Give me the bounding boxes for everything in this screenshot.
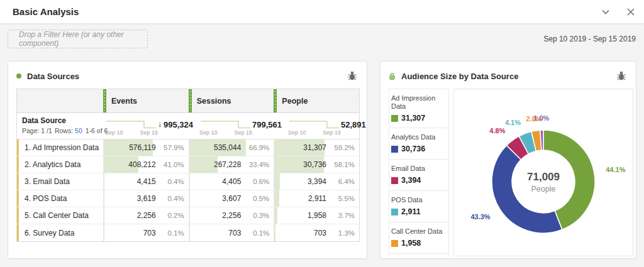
chart-legend: Ad Impression Data31,307Analytics Data30…: [389, 89, 449, 256]
cell-fill-bar: [189, 207, 190, 224]
legend-swatch-icon: [391, 240, 398, 247]
cell-percent: 58.1%: [332, 161, 355, 168]
cell-percent: 3.7%: [332, 212, 355, 219]
metric-cell[interactable]: 408,21241.0%: [103, 156, 189, 173]
column-accent-bar: [274, 89, 277, 112]
filter-drop-zone[interactable]: Drop a Filter Here (or any other compone…: [8, 30, 148, 48]
cell-percent: 41.0%: [162, 161, 184, 168]
cell-percent: 33.4%: [247, 161, 269, 168]
column-total: ↓995,324: [158, 120, 193, 134]
donut-center-value: 71,009: [527, 171, 560, 183]
metric-cell[interactable]: 2,2560.2%: [103, 207, 189, 224]
sparkline-wrap: Sep 10Sep 15: [199, 118, 252, 136]
dimension-label[interactable]: Data Source: [22, 116, 101, 125]
sparkline: [199, 118, 252, 130]
cell-fill-bar: [274, 190, 279, 207]
legend-item-ad-impression-data[interactable]: Ad Impression Data31,307: [389, 89, 448, 128]
table-row-5-call-center-data[interactable]: 5. Call Center Data2,2560.2%2,2560.3%1,9…: [17, 207, 359, 224]
column-header-people[interactable]: People: [274, 89, 359, 112]
legend-value: 2,911: [401, 207, 421, 216]
legend-label: Call Center Data: [391, 227, 447, 236]
cell-value: 703: [143, 229, 156, 237]
rows-label: Rows:: [55, 127, 73, 134]
metric-cell[interactable]: 4,4050.6%: [189, 173, 274, 190]
cell-percent: 0.3%: [247, 212, 269, 219]
column-total-cell-events: Sep 10Sep 15↓995,324: [103, 113, 197, 139]
cell-value: 4,415: [137, 177, 156, 186]
table-row-1-ad-impression-data[interactable]: 1. Ad Impression Data576,11957.9%535,044…: [17, 139, 359, 156]
cell-fill-bar: [189, 224, 190, 241]
metric-cell[interactable]: 30,73658.1%: [274, 156, 359, 173]
cell-percent: 0.2%: [162, 212, 184, 219]
bug-icon[interactable]: [347, 71, 358, 81]
cell-value: 535,044: [214, 143, 241, 152]
cell-value: 2,256: [222, 211, 241, 220]
sparkline-end-label: Sep 15: [323, 129, 341, 136]
metric-cell[interactable]: 1,9583.7%: [274, 207, 359, 224]
sparkline-labels: Sep 10Sep 15: [288, 129, 341, 136]
cell-fill-bar: [274, 173, 280, 190]
dimension-header-cell: Data Source Page: 1 /1Rows:501-6 of 6: [17, 113, 103, 139]
cell-fill-bar: [274, 224, 275, 241]
legend-item-call-center-data[interactable]: Call Center Data1,958: [389, 222, 448, 254]
metric-cell[interactable]: 267,22833.4%: [189, 156, 274, 173]
legend-swatch-icon: [391, 146, 398, 153]
table-row-6-survey-data[interactable]: 6. Survey Data7030.1%7030.1%7031.3%: [17, 224, 359, 241]
donut-center-label: People: [531, 185, 556, 193]
dimension-column-header: [17, 89, 103, 112]
metric-cell[interactable]: 2,2560.3%: [189, 207, 274, 224]
date-range[interactable]: Sep 10 2019 - Sep 15 2019: [543, 35, 636, 43]
sparkline-end-label: Sep 15: [234, 129, 252, 136]
legend-value: 30,736: [401, 144, 425, 153]
page-indicator: Page: 1 /1: [22, 127, 52, 134]
cell-value: 408,212: [128, 160, 155, 169]
column-total: 799,561: [252, 120, 282, 134]
drop-zone-label: Drop a Filter Here (or any other compone…: [19, 30, 147, 48]
chevron-down-icon[interactable]: [601, 8, 610, 16]
sparkline-labels: Sep 10Sep 15: [199, 129, 252, 136]
legend-value: 3,394: [401, 176, 421, 185]
total-value: 799,561: [252, 120, 282, 129]
metric-cell[interactable]: 7031.3%: [274, 224, 359, 241]
cell-percent: 0.1%: [247, 229, 269, 237]
metric-cell[interactable]: 2,9115.5%: [274, 190, 359, 207]
metric-cell[interactable]: 3,3946.4%: [274, 173, 359, 190]
cell-percent: 0.4%: [162, 178, 184, 185]
bug-icon[interactable]: [616, 71, 628, 81]
cell-value: 2,911: [308, 194, 326, 203]
panel-title: Data Sources: [27, 72, 347, 81]
column-header-events[interactable]: Events: [103, 89, 189, 112]
sort-descending-icon[interactable]: ↓: [158, 120, 162, 129]
legend-count: 30,736: [391, 144, 447, 153]
metric-cell[interactable]: 535,04466.9%: [189, 139, 274, 156]
metric-cell[interactable]: 4,4150.4%: [103, 173, 189, 190]
table-row-4-pos-data[interactable]: 4. POS Data3,6190.4%3,6070.5%2,9115.5%: [17, 190, 359, 207]
legend-label: Email Data: [391, 165, 447, 173]
audience-size-panel: Audience Size by Data Source Ad Impressi…: [380, 61, 636, 259]
table-row-3-email-data[interactable]: 3. Email Data4,4150.4%4,4050.6%3,3946.4%: [17, 173, 359, 190]
totals-row: Data Source Page: 1 /1Rows:501-6 of 6 Se…: [17, 113, 359, 139]
cell-fill-bar: [104, 207, 104, 224]
cell-percent: 0.4%: [162, 195, 184, 202]
donut-chart[interactable]: 44.1%43.3%4.8%4.1%2.8%1.0%71,009People: [453, 89, 633, 256]
legend-item-pos-data[interactable]: POS Data2,911: [389, 191, 448, 222]
cell-value: 703: [228, 229, 241, 237]
column-header-sessions[interactable]: Sessions: [189, 89, 274, 112]
legend-item-email-data[interactable]: Email Data3,394: [389, 160, 448, 191]
legend-swatch-icon: [391, 115, 398, 122]
rows-per-page-selector[interactable]: 50: [75, 127, 82, 134]
metric-cell[interactable]: 7030.1%: [103, 224, 189, 241]
metric-cell[interactable]: 3,6070.5%: [189, 190, 274, 207]
metric-cell[interactable]: 576,11957.9%: [103, 139, 189, 156]
metric-cell[interactable]: 3,6190.4%: [103, 190, 189, 207]
table-head-row: EventsSessionsPeople: [17, 89, 359, 113]
panel-header: Data Sources: [8, 62, 367, 83]
close-icon[interactable]: [626, 8, 635, 16]
sparkline-labels: Sep 10Sep 15: [105, 129, 158, 136]
legend-item-analytics-data[interactable]: Analytics Data30,736: [389, 128, 448, 160]
row-name: 2. Analytics Data: [17, 156, 103, 173]
table-row-2-analytics-data[interactable]: 2. Analytics Data408,21241.0%267,22833.4…: [17, 156, 359, 173]
metric-cell[interactable]: 7030.1%: [189, 224, 274, 241]
metric-cell[interactable]: 31,30759.2%: [274, 139, 359, 156]
cell-percent: 59.2%: [332, 144, 355, 151]
